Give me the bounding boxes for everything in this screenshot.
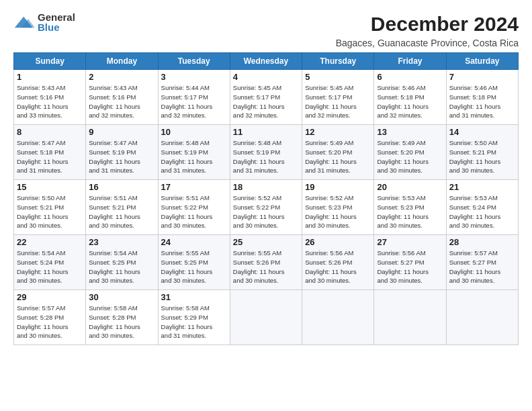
calendar-week-row: 8Sunrise: 5:47 AM Sunset: 5:18 PM Daylig… [14, 125, 519, 180]
day-number: 14 [449, 127, 515, 137]
calendar-cell: 23Sunrise: 5:54 AM Sunset: 5:25 PM Dayli… [86, 235, 158, 290]
day-info: Sunrise: 5:48 AM Sunset: 5:19 PM Dayligh… [161, 138, 227, 175]
day-number: 12 [305, 127, 371, 137]
day-info: Sunrise: 5:44 AM Sunset: 5:17 PM Dayligh… [161, 83, 227, 120]
calendar-cell: 3Sunrise: 5:44 AM Sunset: 5:17 PM Daylig… [158, 70, 230, 125]
day-number: 19 [305, 182, 371, 192]
calendar-cell: 1Sunrise: 5:43 AM Sunset: 5:16 PM Daylig… [14, 70, 86, 125]
day-info: Sunrise: 5:53 AM Sunset: 5:23 PM Dayligh… [377, 193, 443, 230]
header: General Blue December 2024 Bagaces, Guan… [13, 12, 519, 48]
day-info: Sunrise: 5:58 AM Sunset: 5:28 PM Dayligh… [89, 304, 154, 340]
calendar-cell: 25Sunrise: 5:55 AM Sunset: 5:26 PM Dayli… [230, 235, 302, 290]
day-number: 10 [161, 127, 227, 137]
page: General Blue December 2024 Bagaces, Guan… [0, 0, 532, 352]
day-info: Sunrise: 5:54 AM Sunset: 5:25 PM Dayligh… [89, 248, 154, 285]
main-title: December 2024 [336, 12, 519, 36]
day-number: 4 [233, 72, 299, 82]
calendar-cell: 14Sunrise: 5:50 AM Sunset: 5:21 PM Dayli… [446, 125, 518, 180]
col-friday: Friday [374, 53, 446, 70]
day-number: 16 [89, 182, 154, 192]
col-thursday: Thursday [302, 53, 374, 70]
title-block: December 2024 Bagaces, Guanacaste Provin… [336, 12, 519, 48]
day-number: 24 [161, 237, 227, 247]
day-info: Sunrise: 5:50 AM Sunset: 5:21 PM Dayligh… [449, 138, 515, 175]
day-number: 17 [161, 182, 227, 192]
day-number: 15 [17, 182, 83, 192]
col-monday: Monday [86, 53, 158, 70]
calendar-cell: 30Sunrise: 5:58 AM Sunset: 5:28 PM Dayli… [86, 290, 158, 345]
day-number: 29 [17, 292, 83, 302]
calendar-cell: 15Sunrise: 5:50 AM Sunset: 5:21 PM Dayli… [14, 180, 86, 235]
day-info: Sunrise: 5:51 AM Sunset: 5:22 PM Dayligh… [161, 193, 227, 230]
calendar-cell: 17Sunrise: 5:51 AM Sunset: 5:22 PM Dayli… [158, 180, 230, 235]
day-number: 22 [17, 237, 83, 247]
calendar-cell: 27Sunrise: 5:56 AM Sunset: 5:27 PM Dayli… [374, 235, 446, 290]
col-saturday: Saturday [446, 53, 518, 70]
col-wednesday: Wednesday [230, 53, 302, 70]
day-number: 13 [377, 127, 443, 137]
day-info: Sunrise: 5:57 AM Sunset: 5:27 PM Dayligh… [449, 248, 515, 285]
calendar-cell: 13Sunrise: 5:49 AM Sunset: 5:20 PM Dayli… [374, 125, 446, 180]
calendar-cell [230, 290, 302, 345]
day-info: Sunrise: 5:52 AM Sunset: 5:23 PM Dayligh… [305, 193, 371, 230]
day-info: Sunrise: 5:45 AM Sunset: 5:17 PM Dayligh… [233, 83, 299, 120]
logo-text: General Blue [38, 12, 75, 32]
day-info: Sunrise: 5:51 AM Sunset: 5:21 PM Dayligh… [89, 193, 154, 230]
logo-general-text: General [38, 12, 75, 22]
day-number: 25 [233, 237, 299, 247]
calendar-cell: 21Sunrise: 5:53 AM Sunset: 5:24 PM Dayli… [446, 180, 518, 235]
day-number: 9 [89, 127, 154, 137]
calendar-cell: 19Sunrise: 5:52 AM Sunset: 5:23 PM Dayli… [302, 180, 374, 235]
calendar-cell: 2Sunrise: 5:43 AM Sunset: 5:16 PM Daylig… [86, 70, 158, 125]
day-number: 20 [377, 182, 443, 192]
day-info: Sunrise: 5:55 AM Sunset: 5:26 PM Dayligh… [233, 248, 299, 285]
day-info: Sunrise: 5:50 AM Sunset: 5:21 PM Dayligh… [17, 193, 83, 230]
calendar-table: Sunday Monday Tuesday Wednesday Thursday… [13, 52, 519, 345]
col-sunday: Sunday [14, 53, 86, 70]
calendar-week-row: 1Sunrise: 5:43 AM Sunset: 5:16 PM Daylig… [14, 70, 519, 125]
calendar-cell: 18Sunrise: 5:52 AM Sunset: 5:22 PM Dayli… [230, 180, 302, 235]
day-info: Sunrise: 5:56 AM Sunset: 5:27 PM Dayligh… [377, 248, 443, 285]
day-info: Sunrise: 5:53 AM Sunset: 5:24 PM Dayligh… [449, 193, 515, 230]
day-number: 26 [305, 237, 371, 247]
day-number: 2 [89, 72, 154, 82]
calendar-cell: 4Sunrise: 5:45 AM Sunset: 5:17 PM Daylig… [230, 70, 302, 125]
day-info: Sunrise: 5:43 AM Sunset: 5:16 PM Dayligh… [89, 83, 154, 120]
day-info: Sunrise: 5:57 AM Sunset: 5:28 PM Dayligh… [17, 304, 83, 340]
day-info: Sunrise: 5:46 AM Sunset: 5:18 PM Dayligh… [377, 83, 443, 120]
calendar-cell: 26Sunrise: 5:56 AM Sunset: 5:26 PM Dayli… [302, 235, 374, 290]
day-number: 8 [17, 127, 83, 137]
calendar-cell: 7Sunrise: 5:46 AM Sunset: 5:18 PM Daylig… [446, 70, 518, 125]
calendar-cell: 10Sunrise: 5:48 AM Sunset: 5:19 PM Dayli… [158, 125, 230, 180]
day-info: Sunrise: 5:52 AM Sunset: 5:22 PM Dayligh… [233, 193, 299, 230]
day-number: 5 [305, 72, 371, 82]
day-info: Sunrise: 5:49 AM Sunset: 5:20 PM Dayligh… [305, 138, 371, 175]
calendar-week-row: 29Sunrise: 5:57 AM Sunset: 5:28 PM Dayli… [14, 290, 519, 345]
calendar-cell [446, 290, 518, 345]
day-info: Sunrise: 5:47 AM Sunset: 5:18 PM Dayligh… [17, 138, 83, 175]
day-info: Sunrise: 5:48 AM Sunset: 5:19 PM Dayligh… [233, 138, 299, 175]
calendar-cell: 11Sunrise: 5:48 AM Sunset: 5:19 PM Dayli… [230, 125, 302, 180]
day-number: 6 [377, 72, 443, 82]
logo: General Blue [13, 12, 75, 32]
day-info: Sunrise: 5:49 AM Sunset: 5:20 PM Dayligh… [377, 138, 443, 175]
calendar-cell: 24Sunrise: 5:55 AM Sunset: 5:25 PM Dayli… [158, 235, 230, 290]
day-info: Sunrise: 5:47 AM Sunset: 5:19 PM Dayligh… [89, 138, 154, 175]
calendar-cell: 8Sunrise: 5:47 AM Sunset: 5:18 PM Daylig… [14, 125, 86, 180]
day-info: Sunrise: 5:58 AM Sunset: 5:29 PM Dayligh… [161, 304, 227, 340]
logo-blue-text: Blue [38, 22, 75, 32]
day-info: Sunrise: 5:46 AM Sunset: 5:18 PM Dayligh… [449, 83, 515, 120]
calendar-cell: 29Sunrise: 5:57 AM Sunset: 5:28 PM Dayli… [14, 290, 86, 345]
calendar-cell: 5Sunrise: 5:45 AM Sunset: 5:17 PM Daylig… [302, 70, 374, 125]
calendar-week-row: 15Sunrise: 5:50 AM Sunset: 5:21 PM Dayli… [14, 180, 519, 235]
day-number: 11 [233, 127, 299, 137]
day-info: Sunrise: 5:54 AM Sunset: 5:24 PM Dayligh… [17, 248, 83, 285]
calendar-week-row: 22Sunrise: 5:54 AM Sunset: 5:24 PM Dayli… [14, 235, 519, 290]
col-tuesday: Tuesday [158, 53, 230, 70]
calendar-cell [374, 290, 446, 345]
calendar-cell [302, 290, 374, 345]
day-number: 7 [449, 72, 515, 82]
day-info: Sunrise: 5:45 AM Sunset: 5:17 PM Dayligh… [305, 83, 371, 120]
day-info: Sunrise: 5:55 AM Sunset: 5:25 PM Dayligh… [161, 248, 227, 285]
calendar-cell: 28Sunrise: 5:57 AM Sunset: 5:27 PM Dayli… [446, 235, 518, 290]
